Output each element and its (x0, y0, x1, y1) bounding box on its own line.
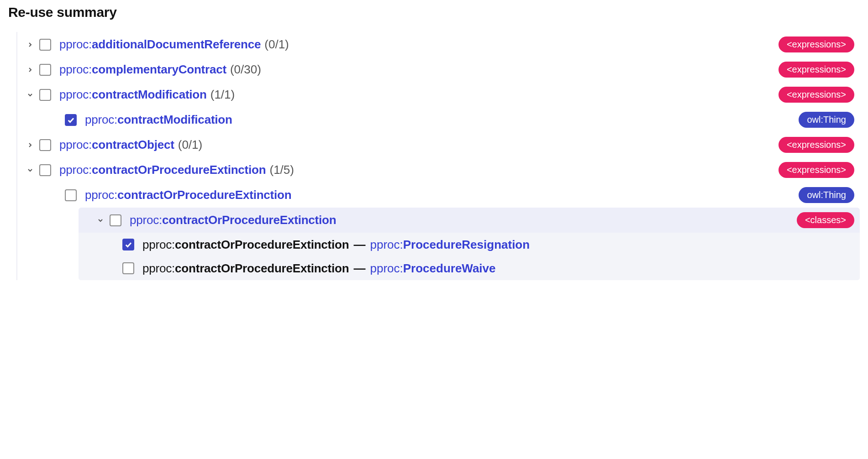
label-prefix: pproc: (142, 238, 175, 251)
tree-subgroup: pproc:contractOrProcedureExtinction <cla… (79, 208, 860, 280)
property-label[interactable]: pproc:contractOrProcedureExtinction (142, 238, 349, 252)
label-prefix: pproc: (130, 213, 162, 227)
chevron-right-icon (26, 41, 34, 48)
chevron-down-icon (97, 217, 104, 224)
checkbox[interactable] (122, 262, 134, 274)
tree-row: pproc:additionalDocumentReference (0/1) … (21, 32, 860, 57)
property-label[interactable]: pproc:contractObject (59, 138, 174, 152)
tree: pproc:additionalDocumentReference (0/1) … (16, 32, 860, 280)
chevron-right-icon (26, 66, 34, 73)
expand-toggle[interactable] (21, 66, 39, 73)
property-label[interactable]: pproc:contractOrProcedureExtinction (130, 213, 336, 227)
tree-nested-block: pproc:contractOrProcedureExtinction — pp… (79, 233, 860, 280)
checkbox[interactable] (39, 139, 51, 151)
label-name: contractOrProcedureExtinction (92, 163, 266, 177)
label-name: complementaryContract (92, 63, 226, 76)
tree-row: pproc:contractObject (0/1) <expressions> (21, 132, 860, 157)
counts: (0/1) (178, 138, 202, 152)
dash-separator: — (353, 238, 365, 252)
label-name: contractModification (117, 113, 232, 126)
property-label[interactable]: pproc:contractModification (85, 113, 232, 127)
counts: (1/5) (269, 163, 294, 177)
section-title: Re-use summary (8, 5, 860, 20)
counts: (1/1) (210, 88, 235, 102)
expand-toggle[interactable] (21, 141, 39, 149)
property-label[interactable]: pproc:contractModification (59, 88, 207, 102)
chevron-right-icon (26, 141, 34, 149)
checkbox[interactable] (65, 189, 77, 201)
expressions-badge[interactable]: <expressions> (779, 87, 854, 103)
label-prefix: pproc: (59, 63, 92, 76)
chevron-down-icon (26, 91, 34, 99)
class-label[interactable]: pproc:ProcedureWaive (370, 261, 495, 276)
checkbox[interactable] (39, 164, 51, 176)
label-name: additionalDocumentReference (92, 37, 261, 51)
class-prefix: pproc: (370, 238, 403, 251)
tree-row-grandchild: pproc:contractOrProcedureExtinction — pp… (104, 256, 860, 280)
label-prefix: pproc: (85, 188, 117, 202)
label-prefix: pproc: (142, 261, 175, 275)
class-label[interactable]: pproc:ProcedureResignation (370, 238, 530, 252)
label-name: contractOrProcedureExtinction (117, 188, 291, 202)
expressions-badge[interactable]: <expressions> (779, 37, 854, 52)
tree-row: pproc:contractOrProcedureExtinction (1/5… (21, 157, 860, 183)
checkbox[interactable] (39, 39, 51, 51)
label-prefix: pproc: (59, 88, 92, 101)
classes-badge[interactable]: <classes> (797, 212, 854, 228)
dash-separator: — (353, 261, 365, 276)
property-label[interactable]: pproc:complementaryContract (59, 63, 226, 77)
label-prefix: pproc: (59, 37, 92, 51)
type-badge[interactable]: owl:Thing (799, 112, 854, 128)
checkbox[interactable] (39, 64, 51, 76)
check-icon (124, 240, 132, 249)
label-prefix: pproc: (85, 113, 117, 126)
check-icon (67, 116, 75, 124)
class-prefix: pproc: (370, 261, 403, 275)
chevron-down-icon (26, 167, 34, 174)
page: Re-use summary pproc:additionalDocumentR… (0, 0, 868, 294)
checkbox[interactable] (110, 214, 121, 226)
property-label[interactable]: pproc:contractOrProcedureExtinction (142, 261, 349, 276)
expand-toggle[interactable] (91, 217, 110, 224)
tree-row-child: pproc:contractModification owl:Thing (21, 107, 860, 132)
class-name: ProcedureResignation (403, 238, 530, 251)
tree-row: pproc:contractModification (1/1) <expres… (21, 82, 860, 107)
tree-row-child: pproc:contractOrProcedureExtinction <cla… (79, 208, 860, 233)
label-name: contractOrProcedureExtinction (175, 261, 349, 275)
label-prefix: pproc: (59, 163, 92, 177)
property-label[interactable]: pproc:contractOrProcedureExtinction (85, 188, 291, 202)
counts: (0/30) (230, 63, 261, 77)
expand-toggle[interactable] (21, 91, 39, 99)
property-label[interactable]: pproc:additionalDocumentReference (59, 37, 261, 52)
expand-toggle[interactable] (21, 167, 39, 174)
expressions-badge[interactable]: <expressions> (779, 162, 854, 178)
counts: (0/1) (264, 37, 289, 52)
label-name: contractObject (92, 138, 174, 151)
expressions-badge[interactable]: <expressions> (779, 137, 854, 153)
type-badge[interactable]: owl:Thing (799, 187, 854, 203)
property-label[interactable]: pproc:contractOrProcedureExtinction (59, 163, 266, 177)
tree-row-child: pproc:contractOrProcedureExtinction owl:… (21, 183, 860, 208)
class-name: ProcedureWaive (403, 261, 496, 275)
tree-row: pproc:complementaryContract (0/30) <expr… (21, 57, 860, 82)
label-name: contractOrProcedureExtinction (162, 213, 336, 227)
checkbox[interactable] (65, 114, 77, 126)
expressions-badge[interactable]: <expressions> (779, 62, 854, 78)
checkbox[interactable] (122, 239, 134, 250)
tree-row-grandchild: pproc:contractOrProcedureExtinction — pp… (104, 233, 860, 256)
expand-toggle[interactable] (21, 41, 39, 48)
label-name: contractOrProcedureExtinction (175, 238, 349, 251)
label-name: contractModification (92, 88, 207, 101)
checkbox[interactable] (39, 89, 51, 101)
label-prefix: pproc: (59, 138, 92, 151)
